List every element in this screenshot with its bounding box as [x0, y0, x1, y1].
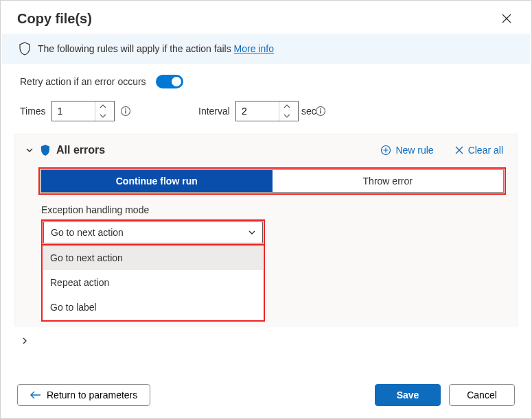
advanced-toggle[interactable]: Advanced — [20, 335, 73, 346]
dropdown-highlight: Go to next action — [41, 219, 265, 246]
copy-files-dialog: Copy file(s) The following rules will ap… — [0, 0, 532, 419]
save-button[interactable]: Save — [375, 384, 441, 406]
mode-selected: Go to next action — [51, 227, 124, 238]
info-icon — [315, 106, 326, 117]
interval-input[interactable] — [236, 101, 279, 121]
interval-step-down[interactable] — [279, 111, 295, 121]
chevron-down-icon — [247, 228, 257, 237]
interval-step-up[interactable] — [279, 101, 295, 111]
mode-option-label[interactable]: Go to label — [43, 295, 263, 320]
plus-circle-icon — [380, 145, 391, 156]
tab-throw-error[interactable]: Throw error — [273, 170, 504, 192]
interval-unit: sec — [301, 106, 316, 117]
dialog-title: Copy file(s) — [17, 11, 92, 27]
retry-section: Retry action if an error occurs Times In… — [1, 64, 531, 121]
return-button[interactable]: Return to parameters — [17, 384, 150, 406]
retry-toggle[interactable] — [156, 75, 183, 88]
interval-info-icon[interactable] — [315, 106, 326, 117]
shield-icon — [19, 42, 31, 56]
chevron-right-icon — [20, 336, 30, 346]
shield-icon — [40, 144, 51, 156]
times-spinner — [51, 101, 115, 121]
times-label: Times — [20, 106, 46, 117]
svg-point-4 — [320, 108, 321, 110]
tabs-highlight: Continue flow run Throw error — [38, 167, 506, 195]
dialog-header: Copy file(s) — [1, 1, 531, 34]
chevron-down-icon — [100, 114, 106, 118]
interval-spinner — [235, 101, 299, 121]
chevron-up-icon — [284, 104, 290, 108]
mode-dropdown-list: Go to next action Repeat action Go to la… — [41, 246, 265, 322]
times-input[interactable] — [52, 101, 95, 121]
chevron-up-icon — [100, 104, 106, 108]
times-step-up[interactable] — [95, 101, 111, 111]
chevron-down-icon[interactable] — [25, 145, 34, 155]
times-info-icon[interactable] — [120, 106, 131, 117]
svg-point-1 — [125, 108, 126, 110]
more-info-link[interactable]: More info — [234, 43, 274, 54]
mode-label: Exception handling mode — [41, 204, 507, 215]
toggle-knob — [172, 77, 181, 86]
clear-all-button[interactable]: Clear all — [450, 144, 507, 156]
close-icon — [501, 13, 512, 24]
retry-label: Retry action if an error occurs — [20, 76, 146, 87]
mode-option-next-action[interactable]: Go to next action — [43, 246, 263, 270]
svg-rect-5 — [320, 110, 321, 114]
tab-continue-flow[interactable]: Continue flow run — [41, 170, 273, 192]
close-button[interactable] — [498, 10, 515, 27]
error-action-tabs: Continue flow run Throw error — [41, 169, 504, 193]
info-icon — [120, 106, 131, 117]
arrow-left-icon — [30, 390, 41, 400]
times-step-down[interactable] — [95, 111, 111, 121]
chevron-down-icon — [284, 114, 290, 118]
errors-panel: All errors New rule Clear all Continue f… — [14, 134, 518, 326]
svg-rect-2 — [125, 110, 126, 114]
dialog-footer: Return to parameters Save Cancel — [1, 376, 531, 418]
close-icon — [454, 145, 464, 155]
errors-title: All errors — [56, 144, 105, 156]
new-rule-button[interactable]: New rule — [376, 144, 437, 156]
interval-label: Interval — [198, 106, 230, 117]
info-banner: The following rules will apply if the ac… — [2, 34, 530, 64]
banner-text: The following rules will apply if the ac… — [38, 43, 274, 54]
mode-dropdown[interactable]: Go to next action — [43, 222, 263, 243]
cancel-button[interactable]: Cancel — [449, 384, 515, 406]
mode-option-repeat[interactable]: Repeat action — [43, 270, 263, 295]
